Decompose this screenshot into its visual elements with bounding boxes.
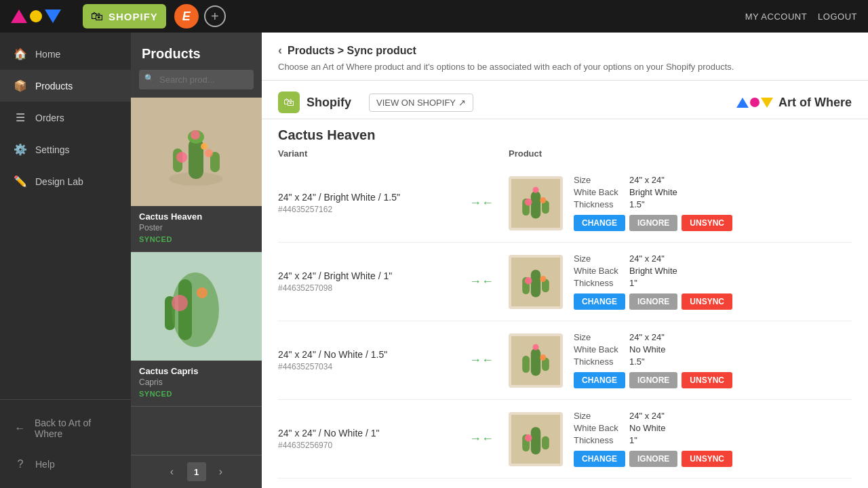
thickness-label: Thickness: [574, 199, 621, 209]
logout-link[interactable]: LOGOUT: [818, 12, 857, 22]
product-name-row: Cactus Heaven: [262, 119, 868, 148]
etsy-icon[interactable]: E: [174, 4, 199, 28]
aow-blue-triangle: [736, 98, 749, 108]
variant-id: #44635256970: [278, 441, 454, 450]
products-icon: 📦: [14, 79, 27, 92]
next-page-button[interactable]: ›: [212, 462, 231, 481]
white-back-label: White Back: [574, 344, 621, 354]
product-match: Size 24" x 24" White Back No White Thick…: [509, 332, 852, 388]
shopify-badge[interactable]: 🛍 SHOPIFY: [83, 4, 166, 28]
topbar: 🛍 SHOPIFY E + MY ACCOUNT LOGOUT: [0, 0, 868, 33]
ignore-button[interactable]: IGNORE: [629, 215, 677, 231]
svg-point-9: [201, 143, 208, 150]
svg-rect-36: [531, 427, 540, 455]
sidebar-item-help[interactable]: ? Help: [0, 449, 131, 480]
size-label: Size: [574, 253, 621, 264]
column-labels: Variant Product: [262, 148, 868, 164]
arrow-left-icon: ←: [481, 274, 494, 289]
unsync-button[interactable]: UNSYNC: [682, 451, 732, 467]
white-back-label: White Back: [574, 423, 621, 433]
variant-row: 24" x 24" / Bright White / 1.5" #4463525…: [278, 164, 852, 243]
shopify-column: 🛍 Shopify VIEW ON SHOPIFY ↗: [278, 92, 509, 113]
svg-point-15: [197, 287, 208, 298]
change-button[interactable]: CHANGE: [574, 293, 625, 310]
ignore-button[interactable]: IGNORE: [629, 372, 677, 388]
layout: 🏠 Home 📦 Products ☰ Orders ⚙️ Settings ✏…: [0, 33, 868, 488]
svg-point-20: [525, 198, 532, 205]
list-item[interactable]: Cactus Heaven Poster SYNCED: [131, 98, 262, 252]
variant-info: 24" x 24" / No White / 1.5" #44635257034: [278, 349, 454, 371]
sidebar-item-settings[interactable]: ⚙️ Settings: [0, 134, 131, 165]
change-button[interactable]: CHANGE: [574, 451, 625, 467]
sidebar-label-orders: Orders: [35, 113, 64, 123]
products-search-area: [131, 70, 262, 98]
sidebar-bottom: ← Back to Art of Where ? Help: [0, 399, 131, 488]
product-match: Size 24" x 24" White Back Bright White T…: [509, 175, 852, 231]
size-value: 24" x 24": [629, 175, 665, 185]
unsync-button[interactable]: UNSYNC: [682, 372, 732, 388]
product-thumbnail: [509, 333, 563, 388]
svg-point-33: [540, 354, 546, 361]
product-name: Cactus Heaven: [278, 127, 852, 143]
white-back-label: White Back: [574, 187, 621, 197]
product-card-badge: SYNCED: [139, 235, 172, 243]
sidebar-item-back[interactable]: ← Back to Art of Where: [0, 408, 131, 449]
sidebar-nav: 🏠 Home 📦 Products ☰ Orders ⚙️ Settings ✏…: [0, 33, 131, 399]
variant-name: 24" x 24" / No White / 1": [278, 428, 454, 439]
variant-arrows: → ←: [454, 432, 509, 446]
svg-point-39: [525, 434, 532, 441]
attr-row-size: Size 24" x 24": [574, 175, 852, 185]
current-page: 1: [187, 462, 206, 481]
svg-rect-38: [542, 436, 549, 449]
svg-rect-31: [522, 355, 530, 372]
product-card-type: Poster: [139, 223, 254, 232]
design-lab-icon: ✏️: [14, 175, 27, 188]
main-content: ‹ Products > Sync product Choose an Art …: [262, 33, 868, 488]
sidebar-item-home[interactable]: 🏠 Home: [0, 38, 131, 70]
ignore-button[interactable]: IGNORE: [629, 451, 677, 467]
sidebar-item-products[interactable]: 📦 Products: [0, 70, 131, 102]
add-platform-button[interactable]: +: [204, 5, 226, 27]
variant-id: #44635257034: [278, 362, 454, 371]
view-on-shopify-button[interactable]: VIEW ON SHOPIFY ↗: [369, 94, 473, 112]
product-thumbnail: [509, 412, 563, 466]
white-back-value: Bright White: [629, 187, 677, 197]
product-card-badge: SYNCED: [139, 390, 172, 398]
prev-page-button[interactable]: ‹: [163, 462, 182, 481]
change-button[interactable]: CHANGE: [574, 215, 625, 231]
variant-arrows: → ←: [454, 196, 509, 210]
list-item[interactable]: Cactus Capris Capris SYNCED: [131, 252, 262, 407]
my-account-link[interactable]: MY ACCOUNT: [745, 12, 807, 22]
shopify-column-icon: 🛍: [278, 92, 300, 113]
svg-point-27: [525, 277, 532, 284]
variant-info: 24" x 24" / Bright White / 1" #446352570…: [278, 270, 454, 293]
sidebar-label-help: Help: [35, 459, 55, 470]
home-icon: 🏠: [14, 47, 27, 60]
variant-id: #44635257098: [278, 283, 454, 293]
breadcrumb-back-button[interactable]: ‹: [278, 43, 282, 58]
size-label: Size: [574, 332, 621, 342]
product-card-image: [131, 98, 262, 206]
size-value: 24" x 24": [629, 332, 665, 342]
arrow-right-icon: →: [469, 432, 481, 446]
ignore-button[interactable]: IGNORE: [629, 293, 677, 310]
unsync-button[interactable]: UNSYNC: [682, 293, 732, 310]
change-button[interactable]: CHANGE: [574, 372, 625, 388]
arrow-right-icon: →: [469, 196, 481, 210]
thickness-label: Thickness: [574, 435, 621, 445]
unsync-button[interactable]: UNSYNC: [682, 215, 732, 231]
sidebar-item-design-lab[interactable]: ✏️ Design Lab: [0, 165, 131, 197]
variant-row: 24" x 24" / Bright White / 1" #446352570…: [278, 243, 852, 321]
product-actions: CHANGE IGNORE UNSYNC: [574, 293, 852, 310]
sidebar: 🏠 Home 📦 Products ☰ Orders ⚙️ Settings ✏…: [0, 33, 131, 488]
svg-point-14: [172, 295, 188, 311]
thickness-value: 1": [629, 435, 637, 445]
white-back-value: Bright White: [629, 266, 677, 276]
product-thumbnail: [509, 176, 563, 230]
product-attrs: Size 24" x 24" White Back No White Thick…: [574, 332, 852, 388]
search-input[interactable]: [139, 70, 254, 89]
svg-point-28: [540, 276, 546, 282]
sidebar-item-orders[interactable]: ☰ Orders: [0, 102, 131, 134]
product-card-image: [131, 252, 262, 361]
arrow-left-icon: ←: [481, 353, 494, 367]
